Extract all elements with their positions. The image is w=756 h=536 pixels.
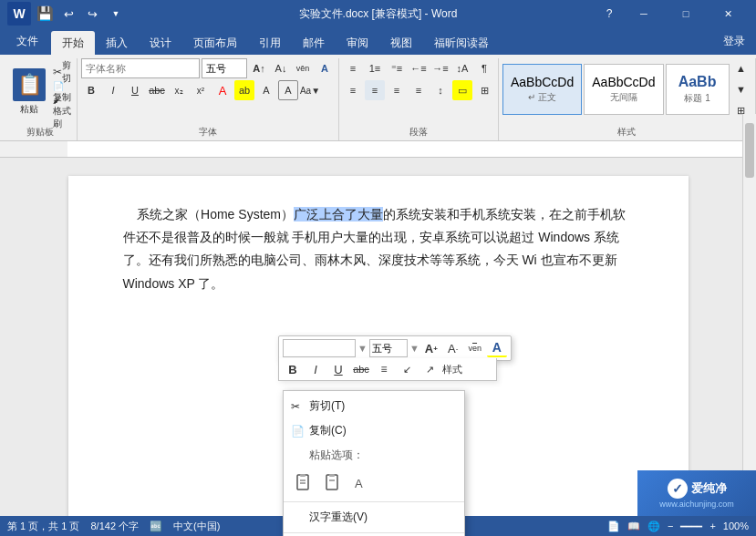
format-painter-button[interactable]: 🖌 格式刷 [53,103,73,121]
mini-underline-button[interactable]: U [328,360,348,378]
underline-button[interactable]: U [125,80,145,100]
svg-rect-1 [300,474,306,477]
styles-scroll-down[interactable]: ▼ [731,79,751,99]
tab-view[interactable]: 视图 [379,31,423,55]
font-color-button[interactable]: A [212,80,233,100]
align-left-button[interactable]: ≡ [343,80,363,100]
ctx-hanzi[interactable]: 汉字重选(V) [284,505,464,530]
mini-color-button[interactable]: A [487,339,507,357]
cut-icon: ✂ [291,400,300,413]
vertical-scrollbar[interactable] [742,114,756,516]
numbering-button[interactable]: 1≡ [365,58,385,78]
font-format-button[interactable]: vēn [293,58,313,78]
qat-more-button[interactable]: ▼ [106,4,126,24]
mini-grow-button[interactable]: A+ [421,339,441,357]
ctx-paste-section: A [284,468,464,499]
restore-button[interactable]: □ [665,0,707,27]
tab-references[interactable]: 引用 [248,31,292,55]
view-read-icon[interactable]: 📖 [627,521,640,532]
font-grow-button[interactable]: A↑ [249,58,269,78]
mini-font-dropdown[interactable]: ▼ [357,343,368,354]
zoom-in-button[interactable]: + [709,521,715,531]
mini-styles-button[interactable]: 样式 [442,360,462,378]
multilevel-button[interactable]: ⁼≡ [387,58,407,78]
paste-button[interactable]: 📋 粘贴 [7,58,51,126]
ctx-cut[interactable]: ✂ 剪切(T) [284,394,464,418]
tab-mailings[interactable]: 邮件 [292,31,336,55]
align-center-button[interactable]: ≡ [365,80,385,100]
svg-text:A: A [355,477,363,490]
style-nospace-label: 无间隔 [610,91,637,104]
minimize-button[interactable]: ─ [623,0,665,27]
font-shrink-button[interactable]: A↓ [271,58,291,78]
style-normal-preview: AaBbCcDd [511,75,574,89]
cut-button[interactable]: ✂ 剪切 [53,63,73,81]
font-group: A↑ A↓ vēn A B I U abc x₂ x² A ab A A Aa▼… [78,58,339,140]
styles-gallery: AaBbCcDd ↵ 正文 AaBbCcDd 无间隔 AaBb 标题 1 ▲ ▼… [502,58,751,120]
ruler-inner [67,141,742,157]
tab-foxit[interactable]: 福昕阅读器 [423,31,500,55]
superscript-button[interactable]: x² [191,80,211,100]
view-web-icon[interactable]: 🌐 [647,521,660,532]
save-qat-button[interactable]: 💾 [35,4,55,24]
mini-indent-dec-button[interactable]: ↙ [397,360,417,378]
redo-qat-button[interactable]: ↪ [82,4,102,24]
line-spacing-button[interactable]: ↕ [430,80,450,100]
mini-bullets-button[interactable]: ≡ [374,360,394,378]
tab-home[interactable]: 开始 [51,31,95,55]
scrollbar-thumb[interactable] [745,123,754,178]
mini-bold-button[interactable]: B [283,360,303,378]
zoom-slider[interactable]: ━━━━ [680,521,702,531]
signin-button[interactable]: 登录 [720,34,749,49]
mini-strikethrough-button[interactable]: abc [351,360,371,378]
style-normal-label: ↵ 正文 [528,91,556,104]
paste-label: 粘贴 [20,103,38,116]
show-marks-button[interactable]: ¶ [474,58,494,78]
mini-font-input[interactable] [283,339,356,357]
align-right-button[interactable]: ≡ [387,80,407,100]
style-heading1[interactable]: AaBb 标题 1 [666,64,730,115]
mini-italic-button[interactable]: I [306,360,326,378]
zoom-out-button[interactable]: − [668,521,673,531]
indent-inc-button[interactable]: →≡ [430,58,450,78]
strikethrough-button[interactable]: abc [147,80,167,100]
font-size-label-btn[interactable]: Aa▼ [300,80,320,100]
style-no-space[interactable]: AaBbCcDd 无间隔 [584,64,663,115]
subscript-button[interactable]: x₂ [169,80,189,100]
highlight-color-button[interactable]: ab [234,80,254,100]
tab-file[interactable]: 文件 [4,27,51,55]
ctx-paste-btn2[interactable] [320,471,346,495]
indent-dec-button[interactable]: ←≡ [409,58,429,78]
clear-format-button[interactable]: A [315,58,335,78]
italic-button[interactable]: I [103,80,123,100]
help-button[interactable]: ? [595,0,623,27]
tab-review[interactable]: 审阅 [336,31,379,55]
sort-button[interactable]: ↕A [452,58,472,78]
mini-shrink-button[interactable]: A- [443,339,463,357]
bold-button[interactable]: B [81,80,101,100]
font-name-input[interactable] [81,58,200,78]
tab-page-layout[interactable]: 页面布局 [182,31,248,55]
char-border-button[interactable]: A [278,80,298,100]
mini-fontsize-input[interactable] [369,339,408,357]
bullets-button[interactable]: ≡ [343,58,363,78]
justify-button[interactable]: ≡ [409,80,429,100]
borders-button[interactable]: ⊞ [474,80,494,100]
font-size-input[interactable] [202,58,247,78]
mini-format-button[interactable]: ven [465,339,485,357]
tab-insert[interactable]: 插入 [95,31,139,55]
close-button[interactable]: ✕ [707,0,749,27]
ctx-copy[interactable]: 📄 复制(C) [284,418,464,443]
view-print-icon[interactable]: 📄 [607,521,620,532]
char-shading-button[interactable]: A [256,80,276,100]
tab-design[interactable]: 设计 [139,31,182,55]
styles-scroll-up[interactable]: ▲ [731,58,751,78]
ctx-paste-btn3[interactable]: A [349,471,375,495]
mini-indent-inc-button[interactable]: ↗ [419,360,440,378]
mini-fontsize-dropdown[interactable]: ▼ [409,343,419,354]
undo-qat-button[interactable]: ↩ [58,4,78,24]
ruler [0,141,756,158]
ctx-paste-btn1[interactable] [291,471,316,495]
shading-button[interactable]: ▭ [452,80,472,100]
style-normal[interactable]: AaBbCcDd ↵ 正文 [502,64,582,115]
